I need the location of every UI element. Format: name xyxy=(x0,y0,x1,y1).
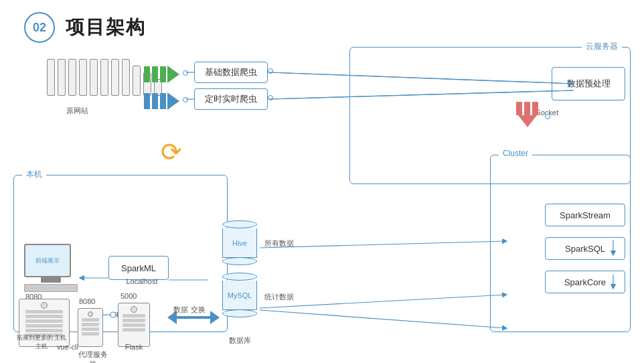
port-8080-2-label: 8080 xyxy=(79,297,95,305)
frontend-label: 前端展示 xyxy=(35,257,60,265)
cluster-label: Cluster xyxy=(499,149,532,158)
flask-label: Flask xyxy=(115,343,153,351)
data-preprocess-box: 数据预处理 xyxy=(552,67,625,100)
localhost-label: Localhost xyxy=(115,277,169,285)
local-machine-label: 本机 xyxy=(22,169,46,180)
basic-crawler-box: 基础数据爬虫 xyxy=(194,62,268,83)
svg-line-10 xyxy=(260,241,506,248)
frontend-display-icon: 前端展示 xyxy=(24,244,78,292)
blue-arrow xyxy=(144,92,179,110)
svg-line-12 xyxy=(260,310,506,328)
sparkcore-box: SparkCore xyxy=(545,271,625,293)
sparkml-box: SparkML xyxy=(108,256,169,280)
hive-db-icon: Hive xyxy=(222,220,257,265)
connector-basic xyxy=(183,70,188,76)
proxy-label: 代理服务器 xyxy=(78,350,108,363)
connector-realtime xyxy=(183,97,188,102)
green-arrow xyxy=(144,66,179,83)
sparkstream-box: SparkStream xyxy=(545,204,625,226)
conn-basic-preprocess xyxy=(268,68,273,74)
socket-connector xyxy=(545,114,550,119)
slide-number: 02 xyxy=(24,12,55,43)
slide: 02 项目架构 云服务器 本机 Cluster xyxy=(0,0,644,363)
realtime-crawler-box: 定时实时爬虫 xyxy=(194,88,268,110)
cloud-server-label: 云服务器 xyxy=(582,41,622,52)
database-label: 数据库 xyxy=(220,336,260,346)
all-data-label: 所有数据 xyxy=(264,238,294,248)
flask-server-icon xyxy=(118,303,150,347)
mysql-db-icon: MySQL xyxy=(222,273,257,317)
conn-realtime-preprocess xyxy=(268,95,273,100)
data-exchange-label: 数据 交换 xyxy=(173,305,206,315)
proxy-server-icon: 8080 代理服务器 xyxy=(78,308,103,347)
source-site-label: 原网站 xyxy=(47,106,107,116)
diagram: 云服务器 本机 Cluster xyxy=(13,47,631,352)
port-5000-label: 5000 xyxy=(120,292,137,300)
vue-cli-label: vue-cli xyxy=(37,343,98,351)
sync-icon: ⟳ xyxy=(161,139,182,165)
svg-line-11 xyxy=(260,295,506,308)
monitor-screen: 前端展示 xyxy=(24,244,71,277)
pink-down-arrow xyxy=(516,102,538,127)
page-title: 项目架构 xyxy=(66,15,146,40)
sparksql-box: SparkSQL xyxy=(545,237,625,260)
stat-data-label: 统计数据 xyxy=(264,292,294,302)
